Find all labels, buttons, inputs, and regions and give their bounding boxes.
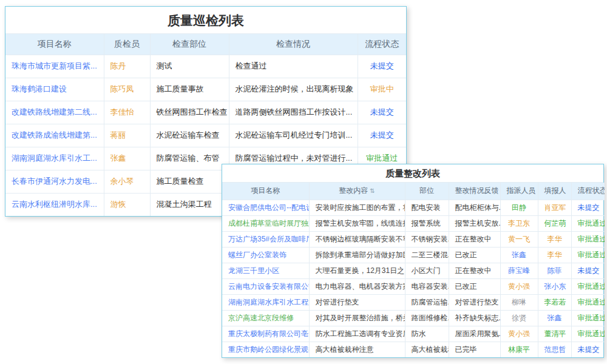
- assignee-name[interactable]: 田静: [500, 200, 538, 215]
- project-link[interactable]: 京沪高速北京段维修: [222, 310, 309, 326]
- table-row: 改建铁路线增建第二线... 李佳怡 铁丝网围挡工作检查 道路两侧铁丝网围挡工作按…: [5, 101, 406, 124]
- project-link[interactable]: 湖南洞庭湖水库引水工...: [5, 147, 104, 170]
- rectify-part: 防水: [405, 326, 449, 342]
- rectify-content: 高大植被栽种注意: [309, 342, 405, 357]
- rectify-part: 小区大门: [405, 263, 449, 278]
- inspect-part: 铁丝网围挡工作检查: [150, 101, 229, 124]
- reporter-name[interactable]: 董清平: [538, 326, 571, 342]
- assignee-name[interactable]: 黄一飞: [500, 231, 538, 247]
- project-link[interactable]: 改建铁路线增建第二线...: [5, 101, 104, 124]
- col-header-rectify-content[interactable]: 整改内容⇅: [309, 183, 405, 200]
- sort-icon[interactable]: ⇅: [370, 187, 375, 194]
- assignee-name[interactable]: 柳琳: [500, 294, 538, 310]
- inspector-name[interactable]: 游恢: [104, 193, 150, 216]
- project-link[interactable]: 万达广场35#会所及咖啡厅空...: [222, 231, 309, 247]
- assignee-name[interactable]: 黄小强: [500, 326, 538, 342]
- status-badge[interactable]: 未提交: [571, 200, 605, 215]
- reporter-name[interactable]: 张小东: [538, 278, 571, 294]
- inspect-situation: 道路两侧铁丝网围挡工作按设计...: [229, 101, 358, 124]
- col-header-inspect-situation: 检查情况: [229, 34, 358, 55]
- assignee-name[interactable]: 李卫东: [500, 215, 538, 231]
- col-header-reporter: 填报人: [538, 183, 571, 200]
- status-badge[interactable]: 未提交: [358, 124, 406, 147]
- table-row: 重庆太极制药有限公司亳州中... 防水工程施工选调有专业资质... 防水 屋面采…: [222, 326, 605, 342]
- status-badge[interactable]: 审批通过: [571, 310, 605, 326]
- inspect-situation: 水泥砼运输车司机经过专门培训...: [229, 124, 358, 147]
- reporter-name[interactable]: 肖亚军: [538, 200, 571, 215]
- col-header-flow-status: 流程状态: [571, 183, 605, 200]
- status-badge[interactable]: 审批通过: [571, 247, 605, 263]
- table-row: 安徽合肥供电公司--配电设备... 安装时应按施工图的布置，将... 配电安装 …: [222, 200, 605, 215]
- rectification-header-row: 项目名称 整改内容⇅ 部位 整改情况反馈 指派人员 填报人 流程状态: [222, 183, 605, 200]
- col-header-project-name: 项目名称: [5, 34, 104, 55]
- reporter-name[interactable]: 范思哲: [538, 342, 571, 357]
- inspector-name[interactable]: 余小琴: [104, 170, 150, 193]
- rectify-feedback: 配电柜柜体与...: [449, 200, 500, 215]
- rectify-feedback: 正在整改中: [449, 231, 500, 247]
- col-header-project-name: 项目名称: [222, 183, 309, 200]
- inspector-name[interactable]: 陈巧凤: [104, 78, 150, 101]
- rectify-part: 不锈钢安装...: [405, 231, 449, 247]
- rectify-part: 报警系统: [405, 215, 449, 231]
- project-link[interactable]: 珠海鹤港口建设: [5, 78, 104, 101]
- status-badge[interactable]: 未提交: [358, 101, 406, 124]
- rectify-content: 大理石量更换，12月31日之...: [309, 263, 405, 278]
- rectify-part: 配电安装: [405, 200, 449, 215]
- project-link[interactable]: 湖南洞庭湖水库引水工程施工1标: [222, 294, 309, 310]
- project-link[interactable]: 龙湖三千里小区: [222, 263, 309, 278]
- assignee-name[interactable]: 黄小强: [500, 278, 538, 294]
- inspector-name[interactable]: 张鑫: [104, 147, 150, 170]
- project-link[interactable]: 重庆太极制药有限公司亳州中...: [222, 326, 309, 342]
- assignee-name[interactable]: 徐贤: [500, 310, 538, 326]
- table-row: 螺丝厂办公室装饰 拆除到承重墙部分请做好加固... 二至三楼混... 已改正 张…: [222, 247, 605, 263]
- rectify-feedback: 已改正: [449, 247, 500, 263]
- project-link[interactable]: 重庆市鹅岭公园绿化景观提升...: [222, 342, 309, 357]
- assignee-name[interactable]: 薛宝峰: [500, 263, 538, 278]
- rectification-table: 项目名称 整改内容⇅ 部位 整改情况反馈 指派人员 填报人 流程状态 安徽合肥供…: [222, 183, 605, 357]
- rectify-content: 对其及时开展整治措施，桥头...: [309, 310, 405, 326]
- table-row: 珠海鹤港口建设 陈巧凤 施工质量事故 水泥砼灌注的时候，出现离析现象 审批中: [5, 78, 406, 101]
- reporter-name[interactable]: 陈菲: [538, 263, 571, 278]
- inspector-name[interactable]: 蒋丽: [104, 124, 150, 147]
- status-badge[interactable]: 未提交: [571, 342, 605, 357]
- reporter-name[interactable]: 李华: [538, 231, 571, 247]
- col-header-part: 部位: [405, 183, 449, 200]
- assignee-name[interactable]: 张鑫: [500, 247, 538, 263]
- rectification-list-card: 质量整改列表 项目名称 整改内容⇅ 部位 整改情况反馈 指派人员 填报人 流程状…: [222, 164, 604, 358]
- assignee-name[interactable]: 林康平: [500, 342, 538, 357]
- status-badge[interactable]: 审批通过: [571, 215, 605, 231]
- status-badge[interactable]: 审批中: [358, 78, 406, 101]
- status-badge[interactable]: 未提交: [358, 55, 406, 78]
- inspection-header-row: 项目名称 质检员 检查部位 检查情况 流程状态: [5, 34, 406, 55]
- rectify-feedback: 对管进行垫支: [449, 294, 500, 310]
- reporter-name[interactable]: 李若若: [538, 294, 571, 310]
- col-header-inspector: 质检员: [104, 34, 150, 55]
- project-link[interactable]: 改建铁路成渝线增建第...: [5, 124, 104, 147]
- status-badge[interactable]: 未提交: [571, 263, 605, 278]
- status-badge[interactable]: 审批通过: [571, 231, 605, 247]
- rectify-content: 拆除到承重墙部分请做好加固...: [309, 247, 405, 263]
- inspector-name[interactable]: 陈丹: [104, 55, 150, 78]
- status-badge[interactable]: 审批通过: [571, 294, 605, 310]
- inspect-part: 防腐管运输、布管: [150, 147, 229, 170]
- inspector-name[interactable]: 李佳怡: [104, 101, 150, 124]
- rectify-content: 电力电容器、电机器安装方案,...: [309, 278, 405, 294]
- inspect-part: 混凝土沟渠工程: [150, 193, 229, 216]
- project-link[interactable]: 螺丝厂办公室装饰: [222, 247, 309, 263]
- project-link[interactable]: 安徽合肥供电公司--配电设备...: [222, 200, 309, 215]
- status-badge[interactable]: 审批通过: [571, 326, 605, 342]
- project-link[interactable]: 成都杜甫草堂临时展厅独立展...: [222, 215, 309, 231]
- table-row: 云南电力设备安装有限公司20... 电力电容器、电机器安装方案,... 电容器安…: [222, 278, 605, 294]
- project-link[interactable]: 长春市伊通河水力发电...: [5, 170, 104, 193]
- col-header-rectify-content-label: 整改内容: [339, 186, 368, 195]
- reporter-name[interactable]: 李华: [538, 247, 571, 263]
- status-badge[interactable]: 审批通过: [571, 278, 605, 294]
- rectification-list-title: 质量整改列表: [222, 164, 603, 183]
- reporter-name[interactable]: 张鑫: [538, 310, 571, 326]
- project-link[interactable]: 云南电力设备安装有限公司20...: [222, 278, 309, 294]
- col-header-assignee: 指派人员: [500, 183, 538, 200]
- reporter-name[interactable]: 何芷萌: [538, 215, 571, 231]
- rectify-part: 防腐管运输...: [405, 294, 449, 310]
- project-link[interactable]: 云南水利枢纽潜明水库...: [5, 193, 104, 216]
- project-link[interactable]: 珠海市城市更新项目紫...: [5, 55, 104, 78]
